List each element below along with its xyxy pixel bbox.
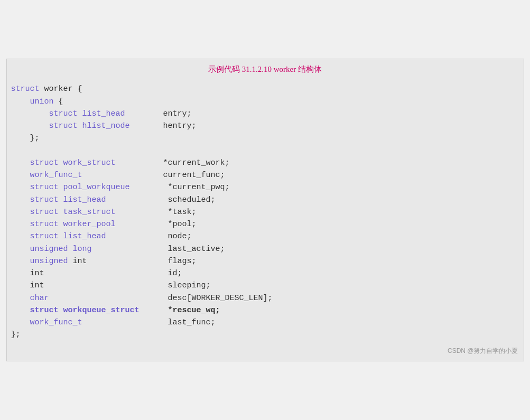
- keyword-struct: struct: [30, 220, 59, 229]
- type-name: work_struct: [63, 158, 116, 167]
- type-name: worker_pool: [63, 220, 116, 229]
- code-line: struct hlist_node hentry;: [11, 120, 515, 132]
- keyword-union: union: [30, 97, 54, 106]
- watermark: CSDN @努力自学的小夏: [7, 347, 524, 356]
- type-name: pool_workqueue: [63, 183, 130, 192]
- code-block: struct worker { union { struct list_head…: [7, 80, 524, 344]
- code-title: 示例代码 31.1.2.10 worker 结构体: [7, 64, 524, 74]
- code-line: int sleeping;: [11, 279, 515, 292]
- code-line: };: [11, 329, 515, 341]
- main-container: 示例代码 31.1.2.10 worker 结构体 struct worker …: [6, 59, 524, 361]
- code-line: struct list_head node;: [11, 230, 515, 242]
- code-line: struct workqueue_struct *rescue_wq;: [11, 304, 515, 316]
- type-name: hlist_node: [82, 122, 130, 130]
- code-line: work_func_t current_func;: [11, 169, 515, 181]
- code-line: unsigned int flags;: [11, 255, 515, 267]
- code-line: unsigned long last_active;: [11, 243, 515, 255]
- keyword-unsigned: unsigned: [30, 257, 68, 266]
- keyword-long: long: [73, 245, 92, 254]
- keyword-struct: struct: [30, 208, 59, 217]
- type-name: task_struct: [63, 208, 116, 217]
- code-line: struct pool_workqueue *current_pwq;: [11, 181, 515, 193]
- keyword-struct: struct: [30, 232, 59, 241]
- code-line: };: [11, 132, 515, 144]
- keyword-struct: struct: [30, 195, 59, 204]
- code-line: work_func_t last_func;: [11, 316, 515, 329]
- type-name: list_head: [63, 232, 106, 241]
- field-rescue-wq: *rescue_wq;: [168, 306, 220, 315]
- type-name: list_head: [63, 195, 106, 204]
- keyword-struct-bold: struct: [30, 306, 59, 315]
- type-work-func: work_func_t: [30, 171, 82, 180]
- keyword-struct: struct: [11, 85, 40, 94]
- code-line: char desc[WORKER_DESC_LEN];: [11, 292, 515, 304]
- keyword-char: char: [30, 294, 49, 303]
- type-workqueue-struct: workqueue_struct: [63, 306, 140, 315]
- code-line: struct list_head scheduled;: [11, 194, 515, 206]
- type-name: list_head: [82, 109, 125, 118]
- keyword-unsigned: unsigned: [30, 245, 68, 254]
- type-work-func: work_func_t: [30, 318, 82, 327]
- keyword-struct: struct: [49, 109, 78, 118]
- keyword-struct: struct: [30, 158, 59, 167]
- keyword-int: int: [30, 269, 44, 278]
- code-line: struct worker {: [11, 83, 515, 95]
- keyword-int: int: [73, 257, 87, 266]
- keyword-int: int: [30, 281, 44, 290]
- code-line: struct work_struct *current_work;: [11, 157, 515, 169]
- code-line: struct worker_pool *pool;: [11, 218, 515, 230]
- keyword-struct: struct: [30, 183, 59, 192]
- code-line: struct task_struct *task;: [11, 206, 515, 218]
- code-line: union {: [11, 96, 515, 108]
- code-line: int id;: [11, 267, 515, 279]
- code-line: struct list_head entry;: [11, 108, 515, 120]
- keyword-struct: struct: [49, 122, 78, 130]
- code-line: [11, 145, 515, 157]
